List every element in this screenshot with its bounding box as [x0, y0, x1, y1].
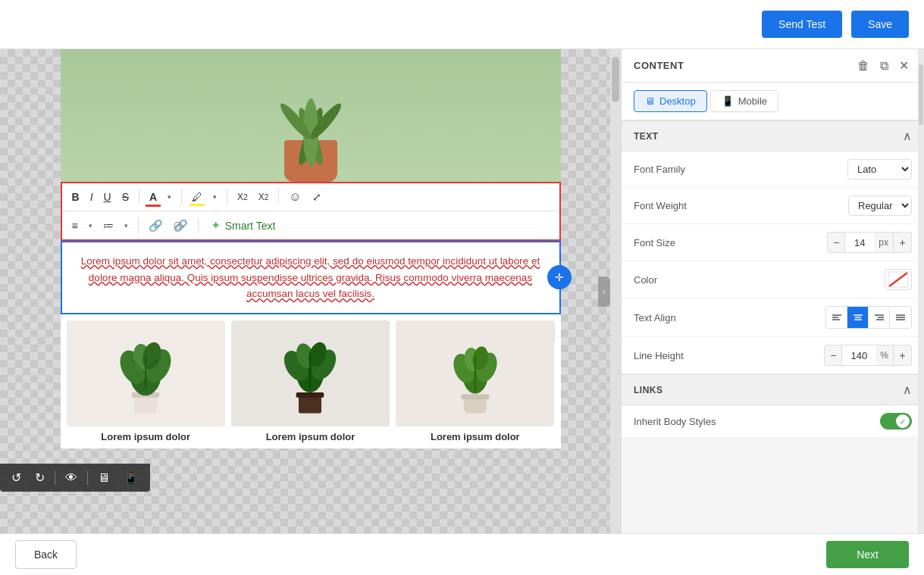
text-content-area[interactable]: Lorem ipsum dolor sit amet, consectetur … — [61, 241, 561, 314]
mobile-view-button[interactable]: 📱 — [120, 468, 143, 487]
text-section-title: TEXT — [634, 131, 659, 142]
drag-icon[interactable]: ✛ — [547, 265, 572, 289]
font-size-decrease[interactable]: − — [827, 232, 845, 253]
redo-button[interactable]: ↻ — [31, 468, 49, 487]
canvas-area: B I U S A ▾ 🖊 ▾ — [0, 49, 621, 533]
collapse-panel-button[interactable]: ‹ — [598, 277, 610, 307]
font-weight-row: Font Weight Regular Bold Light — [622, 188, 924, 224]
chevron-down-icon-4: ▾ — [124, 222, 128, 230]
top-bar: Send Test Save — [0, 0, 924, 49]
toolbar-row-1: B I U S A ▾ 🖊 ▾ — [62, 183, 559, 211]
text-align-control — [825, 306, 912, 329]
font-size-input[interactable] — [845, 232, 874, 253]
text-body: Lorem ipsum dolor sit amet, consectetur … — [77, 253, 544, 302]
expand-button[interactable]: ⤢ — [309, 189, 325, 205]
divider-2 — [181, 189, 182, 205]
plant-image-1 — [67, 320, 225, 427]
bold-button[interactable]: B — [68, 189, 83, 205]
links-section-title: LINKS — [634, 385, 663, 395]
close-panel-button[interactable]: ✕ — [896, 57, 912, 74]
plant-leaves-icon — [273, 76, 349, 167]
back-button[interactable]: Back — [15, 540, 77, 569]
toolbar-divider-2 — [87, 471, 88, 485]
emoji-button[interactable]: ☺ — [285, 188, 305, 206]
strikethrough-button[interactable]: S — [118, 189, 133, 205]
font-color-dropdown[interactable]: ▾ — [164, 191, 175, 203]
list-dropdown-1[interactable]: ▾ — [85, 220, 96, 232]
hero-image — [61, 49, 561, 182]
italic-button[interactable]: I — [86, 189, 97, 205]
desktop-icon: 🖥 — [645, 95, 655, 107]
svg-rect-23 — [464, 397, 487, 413]
align-left-button[interactable] — [826, 307, 847, 328]
next-button[interactable]: Next — [826, 541, 909, 568]
chevron-down-icon-2: ▾ — [213, 193, 217, 201]
align-right-button[interactable] — [869, 307, 890, 328]
align-right-icon — [875, 314, 884, 321]
plant-3-svg — [437, 324, 513, 423]
underline-button[interactable]: U — [100, 189, 115, 205]
delete-section-button[interactable]: 🗑 — [854, 58, 872, 74]
highlight-button[interactable]: 🖊 — [188, 189, 206, 205]
color-label: Color — [634, 274, 657, 286]
font-family-control: Lato Arial Georgia — [847, 159, 912, 180]
image-caption-1: Lorem ipsum dolor — [101, 431, 190, 442]
text-align-label: Text Align — [634, 312, 676, 323]
list-dropdown-2[interactable]: ▾ — [121, 220, 132, 232]
duplicate-section-button[interactable]: ⧉ — [877, 58, 891, 74]
line-height-input[interactable] — [842, 345, 875, 366]
desktop-tab-label: Desktop — [659, 95, 696, 107]
color-row: Color — [622, 261, 924, 298]
divider-1 — [139, 189, 139, 205]
highlight-dropdown[interactable]: ▾ — [209, 191, 221, 203]
bottom-bar: Back Next — [0, 533, 924, 575]
font-size-row: Font Size − px + — [622, 224, 924, 261]
subscript-button[interactable]: X2 — [255, 189, 273, 205]
font-family-select[interactable]: Lato Arial Georgia — [847, 159, 912, 180]
link-button[interactable]: 🔗 — [145, 217, 167, 235]
save-button[interactable]: Save — [851, 11, 909, 38]
links-section-toggle[interactable]: ∧ — [903, 383, 912, 397]
color-swatch[interactable] — [885, 269, 912, 290]
mobile-tab-label: Mobile — [738, 95, 767, 107]
text-section-toggle[interactable]: ∧ — [903, 129, 912, 143]
toolbar-row-2: ≡ ▾ ≔ ▾ 🔗 🔗⊘ ✦ Smart Text — [62, 211, 559, 239]
svg-rect-15 — [299, 395, 321, 413]
superscript-button[interactable]: X2 — [233, 189, 252, 205]
align-justify-button[interactable] — [890, 307, 911, 328]
unlink-button[interactable]: 🔗⊘ — [170, 217, 192, 235]
desktop-tab[interactable]: 🖥 Desktop — [634, 90, 707, 112]
font-color-button[interactable]: A — [146, 189, 161, 205]
line-height-control: − % + — [824, 345, 912, 366]
inherit-body-control: ✓ — [880, 413, 912, 430]
mobile-tab[interactable]: 📱 Mobile — [710, 90, 778, 112]
send-test-button[interactable]: Send Test — [762, 11, 842, 38]
smart-text-button[interactable]: ✦ Smart Text — [205, 216, 282, 235]
font-weight-select[interactable]: Regular Bold Light — [848, 195, 912, 216]
svg-line-31 — [889, 273, 907, 286]
image-grid: Lorem ipsum dolor — [67, 320, 555, 442]
font-color-a-icon: A — [149, 191, 157, 203]
ordered-list-button[interactable]: ≔ — [99, 217, 117, 234]
editor-toolbar-container: B I U S A ▾ 🖊 ▾ — [61, 182, 561, 241]
text-section-header: TEXT ∧ — [622, 120, 924, 152]
canvas-scroll-thumb — [612, 57, 619, 102]
undo-button[interactable]: ↺ — [8, 468, 25, 487]
line-height-decrease[interactable]: − — [824, 345, 842, 366]
chevron-down-icon: ▾ — [168, 193, 171, 201]
panel-header: CONTENT 🗑 ⧉ ✕ — [622, 49, 924, 83]
line-height-label: Line Height — [634, 350, 684, 361]
preview-button[interactable]: 👁 — [61, 469, 81, 487]
font-size-increase[interactable]: + — [894, 232, 912, 253]
line-height-increase[interactable]: + — [894, 345, 912, 366]
align-left-icon — [832, 314, 841, 321]
canvas-scrollbar[interactable] — [610, 49, 621, 533]
line-height-unit: % — [875, 345, 894, 366]
inherit-body-label: Inherit Body Styles — [634, 416, 716, 427]
inherit-body-toggle[interactable]: ✓ — [880, 413, 912, 430]
desktop-view-button[interactable]: 🖥 — [94, 469, 114, 487]
align-center-button[interactable] — [847, 307, 869, 328]
unordered-list-button[interactable]: ≡ — [68, 217, 82, 234]
panel-scrollbar[interactable] — [918, 49, 924, 533]
main-layout: B I U S A ▾ 🖊 ▾ — [0, 49, 924, 533]
